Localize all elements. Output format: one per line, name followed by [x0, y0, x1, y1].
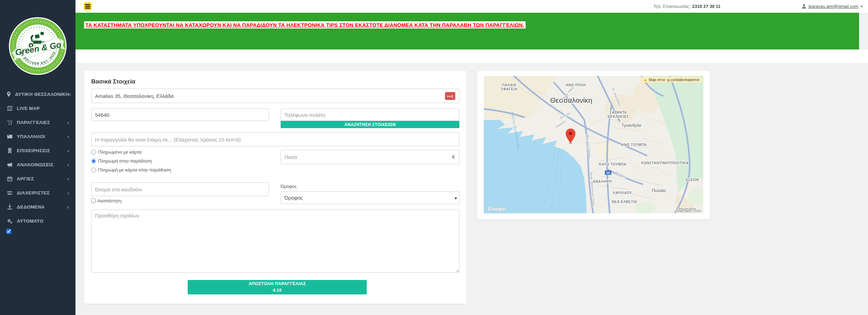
user-menu[interactable]: jkaravas.aim@gmail.com ▾ — [802, 0, 863, 13]
map-label: ΑΝΑΛΗΨΗ — [593, 180, 612, 183]
postal-code-input[interactable] — [91, 109, 269, 121]
customer-phone-input[interactable] — [281, 109, 459, 121]
automato-checkbox[interactable] — [6, 229, 11, 234]
map-label: ΠΑΛΑΙΑ — [502, 83, 516, 87]
sidebar-item-epixeiriseis[interactable]: ΕΠΙΧΕΙΡΗΣΕΙΣ‹ — [0, 144, 75, 158]
hamburger-menu-button[interactable] — [84, 2, 92, 10]
map-copyright: Map data ©2025 — [677, 209, 701, 213]
map-card: 24 ΠΑΛΑΙΑΣΦΑΓΕΙΑΑΝΩ ΠΟΛΗΘεσσαλονίκηΣΑΡΑΝ… — [477, 71, 710, 220]
radio-cash-on-delivery[interactable] — [91, 159, 96, 164]
building-icon — [6, 148, 13, 153]
chevron-left-icon: ‹ — [67, 163, 69, 167]
cogs-icon — [6, 218, 13, 224]
unanswered-checkbox-row[interactable]: Αναπάντητη — [91, 198, 121, 203]
sidebar-item-label: ΔΙΑΧΕΙΡΙΣΤΕΣ — [17, 190, 67, 195]
route-shield-24: 24 — [605, 170, 611, 175]
sidebar-item-paraggelies[interactable]: ΠΑΡΑΓΓΕΛΙΕΣ‹ — [0, 115, 75, 130]
map-label: ΣΑΡΑΝΤΑ — [610, 111, 627, 114]
warning-icon: ▲ — [643, 78, 647, 82]
radio-paid-by-card[interactable] — [91, 150, 96, 155]
users-icon — [6, 190, 13, 195]
address-input[interactable] — [91, 89, 459, 103]
id-card-icon — [6, 134, 13, 139]
doorbell-name-input[interactable] — [91, 182, 269, 196]
currency-addon: € — [448, 150, 459, 164]
sidebar-item-diaxeiristes[interactable]: ΔΙΑΧΕΙΡΙΣΤΕΣ‹ — [0, 186, 75, 200]
map-label: ΑΝΩ ΠΟΛΗ — [566, 83, 586, 87]
comments-textarea[interactable] — [91, 210, 459, 273]
amount-input[interactable] — [281, 150, 448, 164]
chevron-left-icon: ‹ — [67, 205, 69, 209]
unanswered-checkbox[interactable] — [91, 199, 96, 203]
chevron-left-icon: ‹ — [67, 135, 69, 138]
chevron-left-icon: ‹ — [69, 93, 71, 96]
sidebar-item-label: ΑΝΑΚΟΙΝΩΣΕΙΣ — [17, 162, 67, 167]
map-label: ELEON — [686, 178, 699, 182]
map-label: ΣΦΑΓΕΙΑ — [501, 87, 517, 91]
chevron-left-icon: ‹ — [67, 121, 69, 124]
sidebar-item-dedomena[interactable]: ΔΕΔΟΜΕΝΑ‹ — [0, 200, 75, 214]
chevron-down-icon: ▾ — [861, 4, 863, 8]
map-error-badge: ▲ Map error: g.co/staticmaperror — [641, 77, 702, 82]
sidebar-item-anakoinoseis[interactable]: ΑΝΑΚΟΙΝΩΣΕΙΣ‹ — [0, 158, 75, 172]
sidebar-item-label: ΑΥΤΟΜΑΤΟ — [17, 218, 69, 224]
map-label: ΑΝΩ ΤΟΥΜΠΑ — [621, 143, 647, 147]
topbar: Τηλ. Επικοινωνίας: 2310 27 30 11 jkarava… — [75, 0, 868, 13]
phone-number: 2310 27 30 11 — [692, 4, 720, 9]
sidebar-item-dytiki-thessaloniki[interactable]: ΔΥΤΙΚΗ ΘΕΣΣΑΛΟΝΙΚΗ‹ — [0, 87, 75, 101]
address-ellipsis-icon[interactable]: •••| — [445, 92, 455, 100]
sidebar-item-label: ΕΠΙΧΕΙΡΗΣΕΙΣ — [17, 148, 67, 153]
map-marker-icon — [6, 92, 11, 97]
contact-phone: Τηλ. Επικοινωνίας: 2310 27 30 11 — [653, 0, 720, 13]
green-and-go-logo-badge: Green & Go WE DELIVER EST. 2020 — [8, 16, 67, 76]
payment-option-card-on-delivery[interactable]: Πληρωμή με κάρτα στην παράδοση — [91, 167, 171, 172]
submit-order-button[interactable]: ΑΠΟΣΤΟΛΗ ΠΑΡΑΓΓΕΛΙΑΣ 4.10 — [188, 280, 367, 294]
order-form-card: Βασικά Στοιχεία •••| ΑΝΑΖΗΤΗΣΗ ΣΤΟΙΧΕΙΩΝ… — [84, 71, 467, 304]
sidebar-item-ypalliloi[interactable]: ΥΠΑΛΛΗΛΟΙ‹ — [0, 130, 75, 144]
map-label: Θεσσαλονίκη — [550, 96, 593, 104]
user-email-link[interactable]: jkaravas.aim@gmail.com — [809, 4, 858, 9]
sidebar-item-label: LIVE MAP — [17, 106, 69, 111]
announcement-banner: ΤΑ ΚΑΤΑΣΤΗΜΑΤΑ ΥΠΟΧΡΕΟΥΝΤΑΙ ΝΑ ΚΑΤΑΧΩΡΟΥ… — [75, 13, 859, 49]
map-label: ΕΚΚΛΗΣΙΕΣ — [608, 115, 629, 119]
floor-select[interactable]: Όροφος — [281, 191, 459, 204]
ready-time-input[interactable] — [91, 133, 459, 146]
map-icon — [6, 106, 13, 111]
map-label: ΚΑΤΩ ΤΟΥΜΠΑ — [599, 162, 626, 166]
chevron-left-icon: ‹ — [67, 177, 69, 181]
calendar-icon — [6, 176, 13, 181]
sidebar: Green & Go WE DELIVER EST. 2020 ΔΥΤΙΚΗ Θ… — [0, 0, 75, 315]
sidebar-item-label: ΑΡΓΙΕΣ — [17, 176, 67, 181]
static-map[interactable]: 24 ΠΑΛΑΙΑΣΦΑΓΕΙΑΑΝΩ ΠΟΛΗΘεσσαλονίκηΣΑΡΑΝ… — [484, 76, 703, 213]
chevron-left-icon: ‹ — [67, 191, 69, 195]
cart-icon — [6, 120, 13, 125]
sidebar-item-label: ΔΕΔΟΜΕΝΑ — [17, 204, 67, 210]
radio-card-on-delivery[interactable] — [91, 168, 96, 172]
svg-text:24: 24 — [607, 171, 610, 175]
content-header-strip — [75, 49, 868, 63]
map-label: ΧΑΡΙΛΑΟΥ — [613, 191, 632, 195]
google-logo: Google — [488, 206, 506, 212]
form-title: Βασικά Στοιχεία — [91, 78, 135, 85]
announcement-text: ΤΑ ΚΑΤΑΣΤΗΜΑΤΑ ΥΠΟΧΡΕΟΥΝΤΑΙ ΝΑ ΚΑΤΑΧΩΡΟΥ… — [84, 21, 526, 29]
logo: Green & Go WE DELIVER EST. 2020 — [0, 0, 75, 82]
map-label: ΝΕΑ ΕΛΒΕΤΙΑ — [612, 200, 637, 204]
payment-option-paid-by-card[interactable]: Πληρωμένο με κάρτα — [91, 149, 171, 155]
payment-options: Πληρωμένο με κάρτα Πληρωμή στην παράδοση… — [91, 149, 171, 176]
map-label: Πυλαία — [652, 188, 666, 193]
sidebar-item-label: ΠΑΡΑΓΓΕΛΙΕΣ — [17, 120, 67, 125]
chevron-left-icon: ‹ — [67, 149, 69, 153]
download-icon — [6, 204, 13, 210]
map-label: ΚΩΝΣΤΑΝΤΙΝΟΥΠΟΛΙΤΙΚΑ — [641, 161, 689, 165]
sidebar-item-live-map[interactable]: LIVE MAP — [0, 101, 75, 115]
search-customer-button[interactable]: ΑΝΑΖΗΤΗΣΗ ΣΤΟΙΧΕΙΩΝ — [281, 121, 459, 128]
phone-label: Τηλ. Επικοινωνίας: — [653, 4, 690, 9]
map-label: Τριανδρία — [621, 123, 641, 128]
payment-option-cash-on-delivery[interactable]: Πληρωμή στην παράδοση — [91, 158, 171, 164]
bullhorn-icon — [6, 162, 13, 167]
sidebar-nav: ΔΥΤΙΚΗ ΘΕΣΣΑΛΟΝΙΚΗ‹LIVE MAPΠΑΡΑΓΓΕΛΙΕΣ‹Υ… — [0, 87, 75, 228]
sidebar-item-label: ΥΠΑΛΛΗΛΟΙ — [17, 134, 67, 139]
floor-label: Όροφος — [281, 184, 297, 189]
sidebar-item-argies[interactable]: ΑΡΓΙΕΣ‹ — [0, 172, 75, 186]
sidebar-item-aytomato[interactable]: ΑΥΤΟΜΑΤΟ — [0, 214, 75, 228]
